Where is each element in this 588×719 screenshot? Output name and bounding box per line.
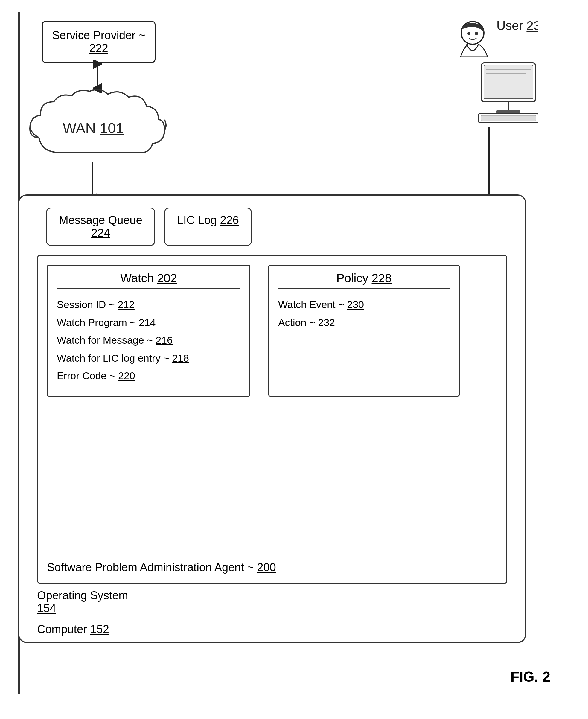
policy-field-1-ref: 232 xyxy=(318,317,335,328)
os-text: Operating System xyxy=(37,589,128,602)
watch-policy-row: Watch 202 Session ID ~ 212 Watch Program… xyxy=(47,265,497,397)
figure-label: FIG. 2 xyxy=(510,669,550,685)
svg-point-1 xyxy=(467,32,470,35)
message-queue-button[interactable]: Message Queue 224 xyxy=(46,208,155,246)
agent-label: Software Problem Administration Agent ~ … xyxy=(47,561,276,574)
service-provider-box: Service Provider ~ 222 xyxy=(42,21,155,63)
watch-field-4-ref: 220 xyxy=(118,370,135,381)
computer-box: Message Queue 224 LIC Log 226 Watch 202 … xyxy=(18,194,526,643)
watch-field-3-ref: 218 xyxy=(172,352,189,364)
watch-title-text: Watch xyxy=(120,272,154,285)
policy-field-1: Action ~ 232 xyxy=(278,316,450,330)
watch-field-3: Watch for LIC log entry ~ 218 xyxy=(57,351,240,365)
watch-box: Watch 202 Session ID ~ 212 Watch Program… xyxy=(47,265,250,397)
computer-label: Computer 152 xyxy=(37,623,109,636)
diagram-container: Service Provider ~ 222 User 234 xyxy=(18,12,568,694)
top-buttons-row: Message Queue 224 LIC Log 226 xyxy=(46,208,516,246)
computer-text: Computer xyxy=(37,623,87,636)
watch-field-1-ref: 214 xyxy=(139,317,156,328)
mq-label: Message Queue xyxy=(59,214,142,227)
svg-point-2 xyxy=(475,32,478,35)
watch-field-1: Watch Program ~ 214 xyxy=(57,316,240,330)
svg-rect-4 xyxy=(484,65,533,99)
lic-log-button[interactable]: LIC Log 226 xyxy=(164,208,252,246)
lic-ref: 226 xyxy=(220,214,239,227)
svg-rect-12 xyxy=(497,110,520,114)
user-figure-svg: User 234 xyxy=(449,18,538,126)
computer-ref: 152 xyxy=(90,623,109,636)
watch-title: Watch 202 xyxy=(57,272,240,289)
sp-text: Service Provider xyxy=(52,29,135,42)
watch-field-4: Error Code ~ 220 xyxy=(57,369,240,383)
agent-label-text: Software Problem Administration Agent xyxy=(47,561,244,574)
watch-ref: 202 xyxy=(157,272,177,285)
policy-field-0-ref: 230 xyxy=(347,299,364,310)
policy-field-0-label: Watch Event ~ xyxy=(278,299,347,310)
policy-title: Policy 228 xyxy=(278,272,450,289)
watch-field-2-label: Watch for Message ~ xyxy=(57,334,155,346)
watch-field-0-label: Session ID ~ xyxy=(57,299,118,310)
svg-text:WAN 101: WAN 101 xyxy=(63,120,124,136)
lic-label: LIC Log xyxy=(177,214,217,227)
service-provider-label: Service Provider ~ 222 xyxy=(43,29,155,55)
watch-field-1-label: Watch Program ~ xyxy=(57,317,139,328)
mq-ref: 224 xyxy=(91,227,110,239)
policy-box: Policy 228 Watch Event ~ 230 Action ~ 23… xyxy=(268,265,460,397)
policy-field-0: Watch Event ~ 230 xyxy=(278,298,450,312)
fig-title: FIG. 2 xyxy=(510,669,550,684)
os-ref: 154 xyxy=(37,602,56,615)
arrow-user-computer xyxy=(484,126,493,204)
svg-text:User 234: User 234 xyxy=(497,19,538,33)
policy-field-1-label: Action ~ xyxy=(278,317,318,328)
watch-field-2: Watch for Message ~ 216 xyxy=(57,333,240,347)
watch-field-3-label: Watch for LIC log entry ~ xyxy=(57,352,172,364)
agent-box: Watch 202 Session ID ~ 212 Watch Program… xyxy=(37,255,507,584)
policy-title-text: Policy xyxy=(336,272,369,285)
watch-field-0-ref: 212 xyxy=(118,299,134,310)
wan-cloud-svg: WAN 101 xyxy=(24,87,173,170)
os-label: Operating System 154 xyxy=(37,589,128,615)
policy-ref: 228 xyxy=(372,272,392,285)
svg-rect-14 xyxy=(481,115,536,121)
watch-field-2-ref: 216 xyxy=(155,334,172,346)
watch-field-4-label: Error Code ~ xyxy=(57,370,118,381)
agent-ref: 200 xyxy=(257,561,276,574)
watch-field-0: Session ID ~ 212 xyxy=(57,298,240,312)
sp-ref: 222 xyxy=(89,42,108,55)
